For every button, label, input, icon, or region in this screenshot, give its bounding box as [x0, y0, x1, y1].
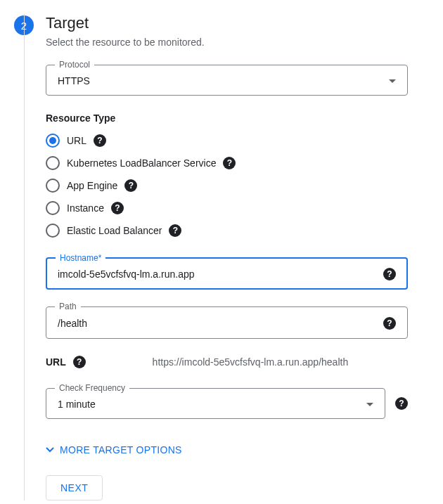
protocol-value: HTTPS [58, 75, 90, 86]
radio-icon [46, 134, 60, 148]
radio-url[interactable]: URL ? [46, 134, 408, 148]
protocol-select[interactable]: Protocol HTTPS [46, 65, 408, 96]
help-icon[interactable]: ? [94, 134, 106, 147]
url-preview: https://imcold-5e5vcfsfvq-lm.a.run.app/h… [93, 356, 408, 368]
help-icon[interactable]: ? [169, 224, 181, 237]
radio-instance[interactable]: Instance ? [46, 201, 408, 215]
section-title: Target [46, 14, 408, 32]
hostname-label: Hostname* [56, 253, 105, 263]
radio-icon [46, 224, 60, 238]
check-frequency-value: 1 minute [58, 399, 96, 410]
path-input[interactable] [58, 318, 376, 329]
radio-label: Kubernetes LoadBalancer Service [67, 157, 216, 169]
help-icon[interactable]: ? [395, 397, 408, 410]
section-subtitle: Select the resource to be monitored. [46, 37, 408, 48]
radio-icon [46, 179, 60, 193]
hostname-field[interactable]: Hostname* ? [46, 257, 408, 290]
radio-label: URL [67, 135, 86, 146]
protocol-label: Protocol [55, 60, 94, 70]
help-icon[interactable]: ? [383, 317, 396, 330]
radio-icon [46, 156, 60, 170]
radio-label: App Engine [67, 180, 117, 191]
radio-kubernetes[interactable]: Kubernetes LoadBalancer Service ? [46, 156, 408, 170]
radio-label: Elastic Load Balancer [67, 225, 162, 236]
hostname-input[interactable] [58, 269, 376, 280]
dropdown-arrow-icon [389, 79, 396, 83]
resource-type-radio-group: URL ? Kubernetes LoadBalancer Service ? … [46, 134, 408, 238]
url-label: URL [46, 356, 66, 368]
more-target-options-toggle[interactable]: MORE TARGET OPTIONS [46, 444, 408, 455]
radio-app-engine[interactable]: App Engine ? [46, 179, 408, 193]
more-target-options-label: MORE TARGET OPTIONS [60, 444, 182, 455]
help-icon[interactable]: ? [383, 268, 396, 280]
radio-elastic-lb[interactable]: Elastic Load Balancer ? [46, 224, 408, 238]
check-frequency-label: Check Frequency [55, 383, 129, 393]
resource-type-heading: Resource Type [46, 112, 408, 124]
help-icon[interactable]: ? [124, 179, 137, 192]
check-frequency-select[interactable]: Check Frequency 1 minute [46, 388, 385, 419]
chevron-down-icon [46, 446, 54, 454]
next-button[interactable]: NEXT [46, 475, 103, 500]
path-field[interactable]: Path ? [46, 306, 408, 339]
path-label: Path [55, 302, 81, 311]
radio-label: Instance [67, 202, 104, 214]
help-icon[interactable]: ? [73, 356, 86, 368]
radio-icon [46, 201, 60, 215]
help-icon[interactable]: ? [111, 202, 124, 214]
help-icon[interactable]: ? [223, 157, 236, 169]
dropdown-arrow-icon [366, 403, 373, 406]
